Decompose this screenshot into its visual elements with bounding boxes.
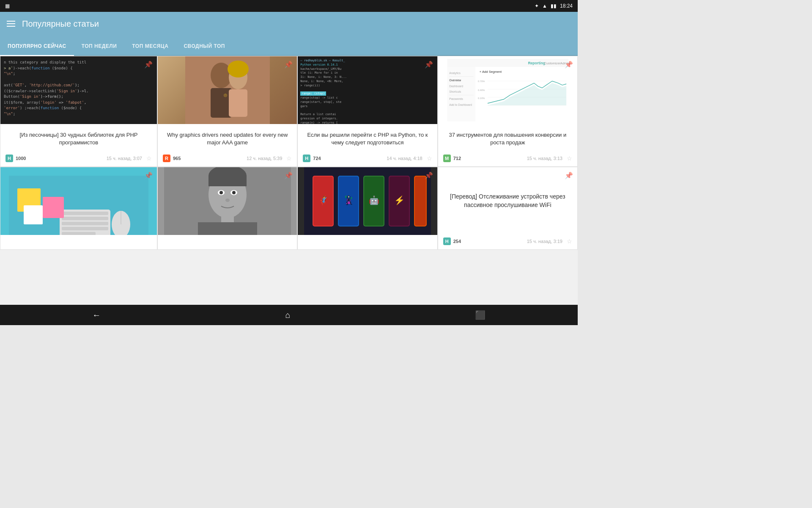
article-card-3[interactable]: — redhayblik.sk — Kesult_ Python version… — [297, 56, 437, 167]
source-badge-3: H — [303, 155, 310, 162]
svg-rect-18 — [449, 95, 473, 95]
avengers-image: 🦸 🦹 🤖 ⚡ — [298, 167, 437, 235]
svg-rect-4 — [229, 89, 247, 117]
meta-count-1: 1000 — [16, 156, 26, 161]
article-card-7[interactable]: 🦸 🦹 🤖 ⚡ 📌 — [297, 167, 437, 250]
card-title-4: 37 инструментов для повышения конверсии … — [443, 128, 572, 149]
pin-icon-6[interactable]: 📌 — [284, 171, 293, 179]
svg-text:🤖: 🤖 — [368, 195, 379, 205]
star-icon-8[interactable]: ☆ — [567, 238, 572, 245]
svg-rect-35 — [62, 222, 108, 225]
article-card-1[interactable]: n this category and display the titl > a… — [0, 56, 157, 167]
svg-rect-33 — [62, 212, 108, 215]
analytics-image: Reporting Customizer Admin Analytics Ove… — [438, 56, 577, 124]
meta-time-3: 14 ч. назад, 4:18 — [387, 156, 422, 161]
svg-text:Overview: Overview — [449, 79, 461, 82]
status-bar: ▦ ✦ ▲ ▮▮ 18:24 — [0, 0, 578, 12]
terminal-image: — redhayblik.sk — Kesult_ Python version… — [298, 56, 437, 124]
source-badge-4: M — [443, 155, 451, 162]
pin-icon-7[interactable]: 📌 — [425, 171, 433, 179]
source-badge-1: H — [5, 155, 13, 162]
card-body-1: [Из песочницы] 30 чудных библиотек для P… — [0, 124, 157, 152]
svg-text:0.40%: 0.40% — [478, 89, 485, 91]
meta-count-8: 254 — [453, 239, 461, 244]
source-badge-2: R — [163, 155, 170, 162]
svg-rect-12 — [447, 67, 475, 121]
pin-icon-3[interactable]: 📌 — [425, 61, 433, 69]
svg-rect-68 — [415, 177, 426, 226]
meta-time-2: 12 ч. назад, 5:39 — [247, 156, 282, 161]
svg-point-5 — [228, 61, 249, 77]
card-image-6 — [158, 167, 297, 235]
tab-top-week[interactable]: ТОП НЕДЕЛИ — [74, 37, 125, 56]
pin-icon-2[interactable]: 📌 — [284, 61, 293, 69]
pin-icon-5[interactable]: 📌 — [144, 171, 153, 179]
tab-bar: ПОПУЛЯРНО СЕЙЧАС ТОП НЕДЕЛИ ТОП МЕСЯЦА С… — [0, 36, 578, 56]
card-image-7: 🦸 🦹 🤖 ⚡ — [298, 167, 437, 235]
svg-text:Customizer: Customizer — [544, 61, 560, 65]
menu-button[interactable] — [7, 21, 15, 27]
svg-text:Add to Dashboard: Add to Dashboard — [449, 103, 472, 106]
svg-text:😊: 😊 — [223, 93, 228, 97]
svg-text:Analytics: Analytics — [449, 72, 461, 75]
card-meta-3: H 724 14 ч. назад, 4:18 ☆ — [298, 152, 437, 166]
card-image-2: 😊 — [158, 56, 297, 124]
star-icon-2[interactable]: ☆ — [286, 155, 292, 162]
svg-text:🦹: 🦹 — [343, 195, 354, 205]
home-button[interactable]: ⌂ — [272, 306, 303, 324]
card-image-4: Reporting Customizer Admin Analytics Ove… — [438, 56, 577, 124]
meta-time-8: 15 ч. назад, 3:19 — [527, 239, 562, 244]
pin-icon-1[interactable]: 📌 — [144, 61, 153, 69]
svg-point-51 — [225, 199, 230, 202]
card-title-1: [Из песочницы] 30 чудных библиотек для P… — [5, 128, 152, 149]
article-card-8[interactable]: 📌 [Перевод] Отслеживание устройств через… — [438, 167, 578, 250]
svg-text:Passwords: Passwords — [449, 97, 463, 100]
card-meta-4: M 712 15 ч. назад, 3:13 ☆ — [438, 152, 577, 166]
svg-point-49 — [219, 191, 223, 194]
wifi-icon: ▲ — [542, 3, 547, 9]
card-image-1: n this category and display the titl > a… — [0, 56, 157, 124]
meta-time-4: 15 ч. назад, 3:13 — [527, 156, 562, 161]
svg-text:⚡: ⚡ — [394, 195, 404, 205]
meta-count-2: 965 — [173, 156, 181, 161]
card-meta-1: H 1000 15 ч. назад, 3:07 ☆ — [0, 152, 157, 166]
time-display: 18:24 — [560, 3, 573, 9]
man-image — [158, 167, 297, 235]
article-card-5[interactable]: 📌 — [0, 167, 157, 250]
card-title-2: Why graphics drivers need updates for ev… — [163, 128, 292, 149]
card-title-3: Если вы решили перейти с PHP на Python, … — [303, 128, 432, 149]
pin-icon-8[interactable]: 📌 — [565, 171, 573, 179]
recents-button[interactable]: ⬛ — [462, 306, 498, 324]
article-card-6[interactable]: 📌 — [157, 167, 297, 250]
status-bar-right: ✦ ▲ ▮▮ 18:24 — [535, 3, 573, 9]
svg-text:Shortcuts: Shortcuts — [449, 90, 461, 93]
card-title-8: [Перевод] Отслеживание устройств через п… — [445, 190, 571, 212]
svg-rect-36 — [62, 227, 108, 230]
star-icon-1[interactable]: ☆ — [146, 155, 152, 162]
svg-rect-53 — [198, 222, 257, 235]
back-button[interactable]: ← — [80, 306, 113, 324]
tab-popular-now[interactable]: ПОПУЛЯРНО СЕЙЧАС — [0, 37, 74, 56]
meta-count-4: 712 — [453, 156, 461, 161]
notes-image — [0, 167, 157, 235]
star-icon-3[interactable]: ☆ — [427, 155, 432, 162]
pin-icon-4[interactable]: 📌 — [565, 61, 573, 69]
card-body-4: 37 инструментов для повышения конверсии … — [438, 124, 577, 152]
tab-top-combined[interactable]: СВОДНЫЙ ТОП — [176, 37, 233, 56]
meta-time-1: 15 ч. назад, 3:07 — [107, 156, 142, 161]
app-grid-icon: ▦ — [5, 3, 10, 9]
svg-text:0.70%: 0.70% — [478, 80, 485, 83]
svg-rect-2 — [211, 88, 232, 118]
star-icon-4[interactable]: ☆ — [567, 155, 572, 162]
source-badge-8: H — [443, 237, 451, 245]
svg-point-50 — [232, 191, 236, 194]
article-card-2[interactable]: 😊 📌 Why graphics drivers need updates fo… — [157, 56, 297, 167]
top-bar: Популярные статьи — [0, 12, 578, 36]
tab-top-month[interactable]: ТОП МЕСЯЦА — [124, 37, 176, 56]
article-card-4[interactable]: Reporting Customizer Admin Analytics Ove… — [438, 56, 578, 167]
svg-text:0.10%: 0.10% — [478, 97, 485, 99]
meta-count-3: 724 — [313, 156, 321, 161]
card-meta-8: H 254 15 ч. назад, 3:19 ☆ — [438, 235, 577, 249]
bottom-navigation: ← ⌂ ⬛ — [0, 305, 578, 325]
svg-text:+ Add Segment: + Add Segment — [479, 70, 502, 74]
